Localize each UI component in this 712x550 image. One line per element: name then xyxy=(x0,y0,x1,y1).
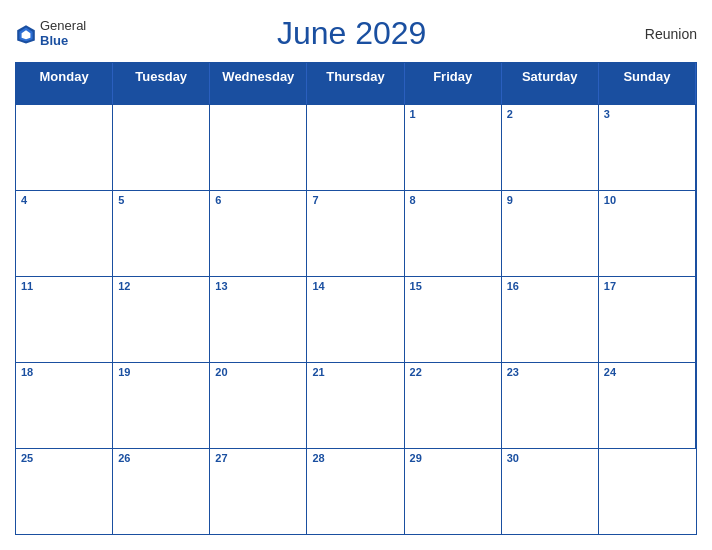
table-row: 26 xyxy=(113,448,210,534)
table-row: 13 xyxy=(210,276,307,362)
header-saturday: Saturday xyxy=(502,63,599,104)
header-monday: Monday xyxy=(16,63,113,104)
table-row: 8 xyxy=(405,190,502,276)
table-row: 2 xyxy=(502,104,599,190)
table-row: 4 xyxy=(16,190,113,276)
table-row: 29 xyxy=(405,448,502,534)
table-row: 14 xyxy=(307,276,404,362)
calendar: Monday Tuesday Wednesday Thursday Friday… xyxy=(15,62,697,535)
table-row xyxy=(307,104,404,190)
table-row xyxy=(16,104,113,190)
table-row: 11 xyxy=(16,276,113,362)
table-row: 20 xyxy=(210,362,307,448)
table-row: 22 xyxy=(405,362,502,448)
table-row: 7 xyxy=(307,190,404,276)
table-row: 23 xyxy=(502,362,599,448)
table-row: 25 xyxy=(16,448,113,534)
header-tuesday: Tuesday xyxy=(113,63,210,104)
header-friday: Friday xyxy=(405,63,502,104)
table-row: 18 xyxy=(16,362,113,448)
region-label: Reunion xyxy=(617,26,697,42)
table-row: 15 xyxy=(405,276,502,362)
table-row: 17 xyxy=(599,276,696,362)
table-row: 24 xyxy=(599,362,696,448)
table-row xyxy=(113,104,210,190)
table-row: 21 xyxy=(307,362,404,448)
logo: General Blue xyxy=(15,19,86,48)
calendar-title: June 2029 xyxy=(86,15,617,52)
calendar-header: General Blue June 2029 Reunion xyxy=(15,10,697,54)
table-row: 9 xyxy=(502,190,599,276)
table-row: 19 xyxy=(113,362,210,448)
table-row xyxy=(599,448,696,534)
table-row: 30 xyxy=(502,448,599,534)
table-row: 3 xyxy=(599,104,696,190)
logo-general: General xyxy=(40,19,86,33)
table-row: 5 xyxy=(113,190,210,276)
header-sunday: Sunday xyxy=(599,63,696,104)
table-row: 27 xyxy=(210,448,307,534)
header-thursday: Thursday xyxy=(307,63,404,104)
table-row: 6 xyxy=(210,190,307,276)
calendar-grid: Monday Tuesday Wednesday Thursday Friday… xyxy=(16,63,696,534)
table-row: 1 xyxy=(405,104,502,190)
header-wednesday: Wednesday xyxy=(210,63,307,104)
table-row xyxy=(210,104,307,190)
table-row: 16 xyxy=(502,276,599,362)
logo-icon xyxy=(15,23,37,45)
logo-blue: Blue xyxy=(40,34,86,48)
table-row: 28 xyxy=(307,448,404,534)
table-row: 12 xyxy=(113,276,210,362)
table-row: 10 xyxy=(599,190,696,276)
logo-text: General Blue xyxy=(40,19,86,48)
